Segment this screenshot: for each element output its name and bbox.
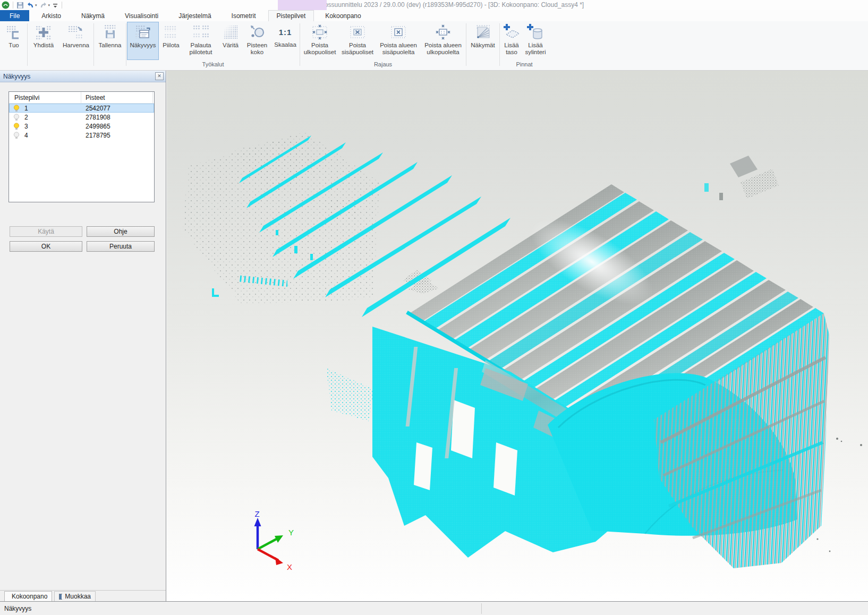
tab-arkisto[interactable]: Arkisto [33,10,69,21]
bottom-tab-muokkaa[interactable]: Muokkaa [54,591,96,602]
ribbon-group-import: Tuo [1,22,27,70]
apply-button[interactable]: Käytä [10,226,82,237]
sparse-gray-points [183,132,439,304]
axis-x-label: X [287,562,292,571]
group-separator [466,23,466,66]
remove-area-inside-icon [389,23,407,41]
cloud-id: 1 [24,105,28,112]
visibility-dialog-panel: Näkyvyys ✕ Pistepilvi Pisteet 1 2542077 [0,71,166,601]
lisaa-sylinteri-button[interactable]: Lisää sylinteri [523,22,548,60]
nakyvyys-button[interactable]: Näkyvyys [127,22,159,60]
tab-pistepilvet[interactable]: Pistepilvet [268,10,314,21]
harvenna-button[interactable]: Harvenna [59,22,93,60]
group-separator [300,23,300,66]
point-cloud-canvas: Z Y X [167,71,868,601]
tallenna-button[interactable]: Tallenna [95,22,125,60]
viewport-3d[interactable]: Z Y X [167,71,868,601]
save-cloud-icon [101,23,119,41]
poista-sisapuoliset-button[interactable]: Poista sisäpuoliset [339,22,376,60]
column-header-pistepilvi[interactable]: Pistepilvi [9,92,81,103]
ribbon: Tuo Yhdistä [0,21,868,71]
axis-triad: Z Y X [254,509,294,571]
group-separator [93,23,94,66]
upper-right-structures [704,156,779,200]
bulb-on-icon[interactable] [13,105,20,112]
group-separator [27,23,28,66]
cancel-button[interactable]: Peruuta [87,241,155,252]
pisteen-koko-button[interactable]: Pisteen koko [243,22,271,60]
ribbon-group-pinnat: Lisää taso Lisää sylinteri Pinnat [500,22,548,70]
yhdista-button[interactable]: Yhdistä [28,22,59,60]
dialog-close-icon[interactable]: ✕ [155,72,164,80]
varita-button[interactable]: Väritä [218,22,243,60]
piilota-button[interactable]: Piilota [159,22,183,60]
bulb-on-icon[interactable] [13,123,20,130]
pointcloud-table[interactable]: Pistepilvi Pisteet 1 2542077 2 [8,91,155,202]
tab-kokoonpano[interactable]: Kokoonpano [317,10,369,21]
table-row[interactable]: 4 2178795 [9,131,154,140]
thin-cloud-icon [67,23,85,41]
ribbon-group-save: Tallenna [95,22,125,70]
remove-outside-icon [311,23,329,41]
ribbon-group-rajaus: Poista ulkopuoliset Poista sisäpuoliset [301,22,465,70]
lisaa-taso-button[interactable]: Lisää taso [500,22,523,60]
visibility-dialog-icon [134,23,152,41]
remove-inside-icon [348,23,367,41]
status-divider [481,603,482,614]
help-button[interactable]: Ohje [87,226,155,237]
application-window: ▾ ▾ Vertex G4 Laitossuunnittelu 2023 / 2… [0,0,868,615]
point-size-icon [248,23,266,41]
tab-isometrit[interactable]: Isometrit [224,10,264,21]
import-cloud-icon [5,23,23,41]
group-separator [499,23,500,66]
window-title: Vertex G4 Laitossuunnittelu 2023 / 29.0.… [0,0,868,10]
axis-z-label: Z [254,509,259,518]
poista-alueen-sisapuolelta-button[interactable]: Poista alueen sisäpuolelta [376,22,421,60]
bottom-tab-kokoonpano[interactable]: Kokoonpano [4,591,52,602]
cloud-points: 2542077 [81,105,153,112]
column-header-pisteet[interactable]: Pisteet [81,92,153,103]
poista-alueen-ulkopuolelta-button[interactable]: Poista alueen ulkopuolelta [421,22,465,60]
bulb-off-icon[interactable] [13,114,20,121]
skaalaa-button[interactable]: 1:1 Skaalaa [271,22,299,60]
palauta-piilotetut-button[interactable]: Palauta piilotetut [183,22,218,60]
table-row[interactable]: 2 2781908 [9,113,154,122]
ok-button[interactable]: OK [10,241,82,252]
tab-nakyma[interactable]: Näkymä [73,10,113,21]
cloud-id: 2 [24,114,28,121]
dialog-title: Näkyvyys [0,71,166,82]
status-message: Näkyvyys [4,605,31,612]
contextual-tab-highlight [278,0,327,11]
cloud-id: 3 [24,123,28,130]
ribbon-group-combine: Yhdistä Harvenna [28,22,93,70]
views-icon [474,23,492,41]
remove-area-outside-icon [434,23,452,41]
cloud-points: 2781908 [81,114,153,121]
tab-jarjestelma[interactable]: Järjestelmä [171,10,219,21]
title-bar: ▾ ▾ Vertex G4 Laitossuunnittelu 2023 / 2… [0,0,868,10]
table-header: Pistepilvi Pisteet [9,92,154,104]
cloud-points: 2178795 [81,132,153,139]
group-label-tyokalut: Työkalut [127,61,299,69]
ribbon-group-views: Näkymät [467,22,499,70]
tab-visualisointi[interactable]: Visualisointi [117,10,166,21]
axis-y-label: Y [288,528,294,537]
ribbon-tab-row: File Arkisto Näkymä Visualisointi Järjes… [0,10,868,21]
table-row[interactable]: 3 2499865 [9,122,154,131]
poista-ulkopuoliset-button[interactable]: Poista ulkopuoliset [301,22,339,60]
divider [0,590,166,591]
add-plane-icon [503,23,521,41]
nakymat-button[interactable]: Näkymät [467,22,499,60]
cloud-id: 4 [24,132,28,139]
bulb-off-icon[interactable] [13,132,20,139]
colorize-cloud-icon [222,23,240,41]
table-row[interactable]: 1 2542077 [9,104,154,113]
edit-window-icon [59,594,62,600]
scale-1to1-icon: 1:1 [276,23,294,41]
hide-cloud-icon [162,23,180,41]
group-label-rajaus: Rajaus [301,61,465,69]
add-cylinder-icon [526,23,544,41]
tuo-button[interactable]: Tuo [1,22,27,60]
tab-file[interactable]: File [0,10,29,21]
merge-clouds-icon [35,23,53,41]
